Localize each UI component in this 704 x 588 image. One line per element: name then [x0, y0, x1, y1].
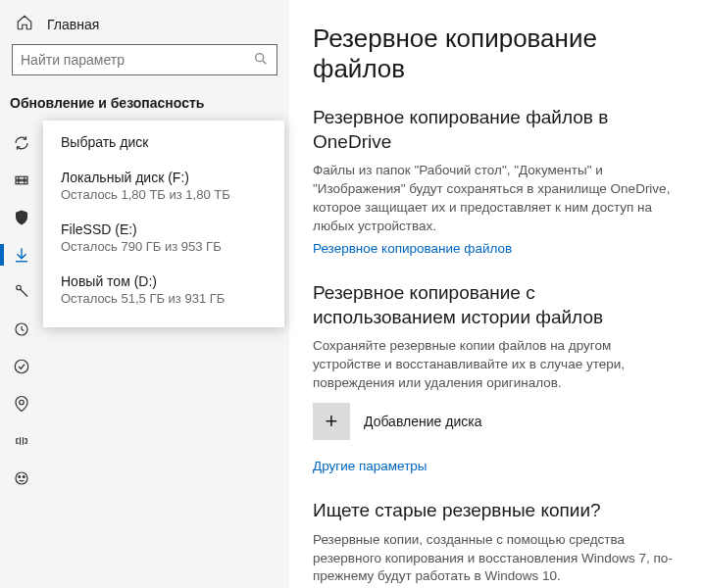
disk-name: Новый том (D:): [61, 273, 267, 289]
onedrive-body: Файлы из папок "Рабочий стол", "Документ…: [313, 162, 677, 236]
sidebar-item-troubleshoot[interactable]: [0, 277, 43, 307]
add-disk-label: Добавление диска: [364, 414, 481, 429]
disk-option[interactable]: Локальный диск (F:) Осталось 1,80 ТБ из …: [43, 160, 284, 212]
sidebar-item-find-device[interactable]: [0, 389, 43, 418]
home-icon: [16, 14, 33, 34]
category-heading: Обновление и безопасность: [0, 89, 289, 121]
old-backup-section: Ищете старые резервные копии? Резервные …: [313, 499, 677, 588]
sidebar-item-insider[interactable]: [0, 464, 43, 493]
disk-name: Локальный диск (F:): [61, 170, 267, 185]
sidebar-rail: [0, 121, 43, 588]
disk-sub: Осталось 1,80 ТБ из 1,80 ТБ: [61, 187, 267, 202]
home-label: Главная: [47, 17, 99, 32]
sidebar-item-activation[interactable]: [0, 352, 43, 381]
svg-point-7: [16, 472, 27, 484]
svg-point-6: [20, 400, 25, 405]
add-disk-button[interactable]: +: [313, 403, 350, 440]
page-title: Резервное копирование файлов: [313, 24, 677, 84]
disk-option[interactable]: FileSSD (E:) Осталось 790 ГБ из 953 ГБ: [43, 212, 284, 264]
file-history-body: Сохраняйте резервные копии файлов на дру…: [313, 337, 677, 393]
search-input-wrap[interactable]: [12, 44, 277, 75]
disk-sub: Осталось 790 ГБ из 953 ГБ: [61, 239, 267, 254]
search-icon: [253, 51, 269, 70]
disk-sub: Осталось 51,5 ГБ из 931 ГБ: [61, 291, 267, 306]
svg-point-0: [256, 53, 264, 61]
svg-point-8: [19, 476, 21, 478]
search-input[interactable]: [21, 52, 253, 68]
sidebar-item-recovery[interactable]: [0, 315, 43, 344]
search-container: [0, 44, 289, 89]
disk-popup-title-row[interactable]: Выбрать диск: [43, 124, 284, 160]
settings-sidebar: Главная Обновление и безопасность: [0, 0, 289, 588]
sidebar-item-delivery[interactable]: [0, 166, 43, 195]
disk-select-popup: Выбрать диск Локальный диск (F:) Осталос…: [43, 121, 284, 327]
svg-rect-1: [16, 176, 27, 179]
disk-name: FileSSD (E:): [61, 221, 267, 237]
old-backup-body: Резервные копии, созданные с помощью сре…: [313, 531, 677, 587]
sidebar-item-developers[interactable]: [0, 426, 43, 456]
sidebar-item-sync[interactable]: [0, 128, 43, 158]
svg-point-5: [15, 360, 28, 373]
disk-option[interactable]: Новый том (D:) Осталось 51,5 ГБ из 931 Г…: [43, 264, 284, 316]
svg-rect-2: [16, 181, 27, 184]
more-options-link[interactable]: Другие параметры: [313, 459, 427, 473]
add-disk-row: + Добавление диска: [313, 403, 677, 440]
plus-icon: +: [326, 409, 338, 434]
sidebar-item-backup[interactable]: [0, 240, 43, 270]
file-history-heading: Резервное копирование с использованием и…: [313, 281, 677, 329]
disk-popup-title: Выбрать диск: [61, 134, 267, 150]
onedrive-heading: Резервное копирование файлов в OneDrive: [313, 106, 677, 154]
sidebar-item-security[interactable]: [0, 203, 43, 232]
svg-point-9: [23, 476, 25, 478]
onedrive-section: Резервное копирование файлов в OneDrive …: [313, 106, 677, 256]
onedrive-backup-link[interactable]: Резервное копирование файлов: [313, 241, 512, 256]
old-backup-heading: Ищете старые резервные копии?: [313, 499, 677, 523]
home-nav[interactable]: Главная: [0, 0, 289, 44]
sidebar-body: Выбрать диск Локальный диск (F:) Осталос…: [0, 121, 289, 588]
file-history-section: Резервное копирование с использованием и…: [313, 281, 677, 473]
main-content: Резервное копирование файлов Резервное к…: [289, 0, 704, 588]
